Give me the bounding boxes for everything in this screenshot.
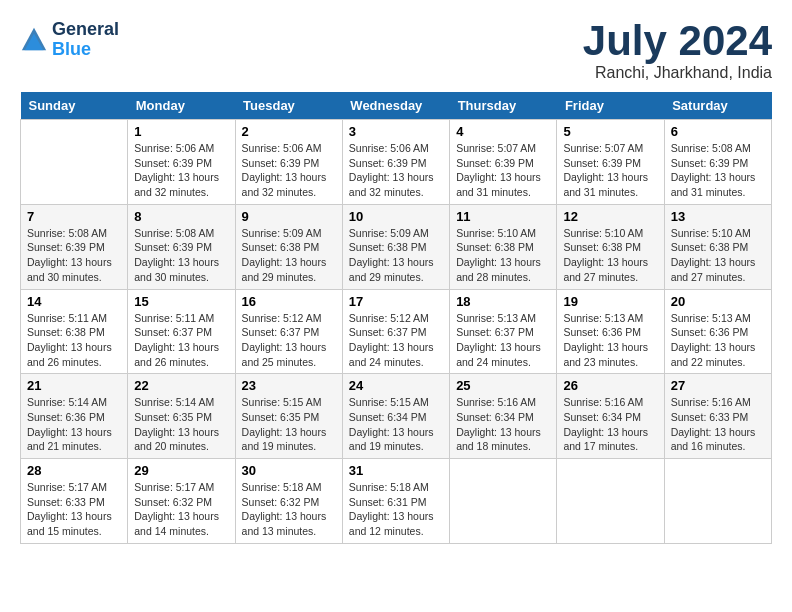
day-info: Sunrise: 5:07 AM Sunset: 6:39 PM Dayligh… bbox=[563, 141, 657, 200]
day-number: 10 bbox=[349, 209, 443, 224]
calendar-cell: 27Sunrise: 5:16 AM Sunset: 6:33 PM Dayli… bbox=[664, 374, 771, 459]
calendar-cell: 31Sunrise: 5:18 AM Sunset: 6:31 PM Dayli… bbox=[342, 459, 449, 544]
day-info: Sunrise: 5:16 AM Sunset: 6:34 PM Dayligh… bbox=[456, 395, 550, 454]
calendar-cell: 13Sunrise: 5:10 AM Sunset: 6:38 PM Dayli… bbox=[664, 204, 771, 289]
calendar-cell: 23Sunrise: 5:15 AM Sunset: 6:35 PM Dayli… bbox=[235, 374, 342, 459]
day-number: 9 bbox=[242, 209, 336, 224]
calendar-cell: 1Sunrise: 5:06 AM Sunset: 6:39 PM Daylig… bbox=[128, 120, 235, 205]
calendar-cell: 24Sunrise: 5:15 AM Sunset: 6:34 PM Dayli… bbox=[342, 374, 449, 459]
day-number: 15 bbox=[134, 294, 228, 309]
day-number: 21 bbox=[27, 378, 121, 393]
day-number: 17 bbox=[349, 294, 443, 309]
day-info: Sunrise: 5:08 AM Sunset: 6:39 PM Dayligh… bbox=[671, 141, 765, 200]
day-number: 13 bbox=[671, 209, 765, 224]
calendar-cell: 8Sunrise: 5:08 AM Sunset: 6:39 PM Daylig… bbox=[128, 204, 235, 289]
calendar-cell: 25Sunrise: 5:16 AM Sunset: 6:34 PM Dayli… bbox=[450, 374, 557, 459]
day-number: 5 bbox=[563, 124, 657, 139]
calendar-cell: 26Sunrise: 5:16 AM Sunset: 6:34 PM Dayli… bbox=[557, 374, 664, 459]
calendar-week-1: 1Sunrise: 5:06 AM Sunset: 6:39 PM Daylig… bbox=[21, 120, 772, 205]
day-number: 7 bbox=[27, 209, 121, 224]
day-info: Sunrise: 5:17 AM Sunset: 6:33 PM Dayligh… bbox=[27, 480, 121, 539]
title-block: July 2024 Ranchi, Jharkhand, India bbox=[583, 20, 772, 82]
day-number: 30 bbox=[242, 463, 336, 478]
calendar-cell: 15Sunrise: 5:11 AM Sunset: 6:37 PM Dayli… bbox=[128, 289, 235, 374]
day-info: Sunrise: 5:17 AM Sunset: 6:32 PM Dayligh… bbox=[134, 480, 228, 539]
day-number: 28 bbox=[27, 463, 121, 478]
location: Ranchi, Jharkhand, India bbox=[583, 64, 772, 82]
day-number: 26 bbox=[563, 378, 657, 393]
page-header: General Blue July 2024 Ranchi, Jharkhand… bbox=[20, 20, 772, 82]
weekday-header-tuesday: Tuesday bbox=[235, 92, 342, 120]
day-info: Sunrise: 5:09 AM Sunset: 6:38 PM Dayligh… bbox=[349, 226, 443, 285]
day-number: 29 bbox=[134, 463, 228, 478]
day-info: Sunrise: 5:07 AM Sunset: 6:39 PM Dayligh… bbox=[456, 141, 550, 200]
day-number: 4 bbox=[456, 124, 550, 139]
day-number: 31 bbox=[349, 463, 443, 478]
day-number: 12 bbox=[563, 209, 657, 224]
calendar-week-3: 14Sunrise: 5:11 AM Sunset: 6:38 PM Dayli… bbox=[21, 289, 772, 374]
day-number: 3 bbox=[349, 124, 443, 139]
calendar-cell: 22Sunrise: 5:14 AM Sunset: 6:35 PM Dayli… bbox=[128, 374, 235, 459]
calendar-cell bbox=[664, 459, 771, 544]
day-info: Sunrise: 5:10 AM Sunset: 6:38 PM Dayligh… bbox=[671, 226, 765, 285]
day-info: Sunrise: 5:06 AM Sunset: 6:39 PM Dayligh… bbox=[242, 141, 336, 200]
weekday-header-monday: Monday bbox=[128, 92, 235, 120]
calendar-cell bbox=[557, 459, 664, 544]
calendar-cell: 3Sunrise: 5:06 AM Sunset: 6:39 PM Daylig… bbox=[342, 120, 449, 205]
calendar-cell: 9Sunrise: 5:09 AM Sunset: 6:38 PM Daylig… bbox=[235, 204, 342, 289]
day-number: 22 bbox=[134, 378, 228, 393]
calendar-cell bbox=[21, 120, 128, 205]
calendar-header-row: SundayMondayTuesdayWednesdayThursdayFrid… bbox=[21, 92, 772, 120]
day-number: 18 bbox=[456, 294, 550, 309]
calendar-cell: 30Sunrise: 5:18 AM Sunset: 6:32 PM Dayli… bbox=[235, 459, 342, 544]
day-number: 25 bbox=[456, 378, 550, 393]
day-info: Sunrise: 5:06 AM Sunset: 6:39 PM Dayligh… bbox=[349, 141, 443, 200]
day-info: Sunrise: 5:10 AM Sunset: 6:38 PM Dayligh… bbox=[563, 226, 657, 285]
calendar-cell: 18Sunrise: 5:13 AM Sunset: 6:37 PM Dayli… bbox=[450, 289, 557, 374]
logo-icon bbox=[20, 26, 48, 54]
logo-text: General Blue bbox=[52, 20, 119, 60]
day-info: Sunrise: 5:16 AM Sunset: 6:34 PM Dayligh… bbox=[563, 395, 657, 454]
day-info: Sunrise: 5:15 AM Sunset: 6:34 PM Dayligh… bbox=[349, 395, 443, 454]
day-info: Sunrise: 5:10 AM Sunset: 6:38 PM Dayligh… bbox=[456, 226, 550, 285]
calendar-cell: 29Sunrise: 5:17 AM Sunset: 6:32 PM Dayli… bbox=[128, 459, 235, 544]
day-info: Sunrise: 5:18 AM Sunset: 6:31 PM Dayligh… bbox=[349, 480, 443, 539]
day-info: Sunrise: 5:16 AM Sunset: 6:33 PM Dayligh… bbox=[671, 395, 765, 454]
day-info: Sunrise: 5:08 AM Sunset: 6:39 PM Dayligh… bbox=[134, 226, 228, 285]
day-info: Sunrise: 5:11 AM Sunset: 6:37 PM Dayligh… bbox=[134, 311, 228, 370]
calendar-cell: 28Sunrise: 5:17 AM Sunset: 6:33 PM Dayli… bbox=[21, 459, 128, 544]
calendar-cell: 12Sunrise: 5:10 AM Sunset: 6:38 PM Dayli… bbox=[557, 204, 664, 289]
day-info: Sunrise: 5:11 AM Sunset: 6:38 PM Dayligh… bbox=[27, 311, 121, 370]
day-number: 14 bbox=[27, 294, 121, 309]
calendar-cell: 17Sunrise: 5:12 AM Sunset: 6:37 PM Dayli… bbox=[342, 289, 449, 374]
weekday-header-sunday: Sunday bbox=[21, 92, 128, 120]
calendar-cell: 16Sunrise: 5:12 AM Sunset: 6:37 PM Dayli… bbox=[235, 289, 342, 374]
day-number: 6 bbox=[671, 124, 765, 139]
day-info: Sunrise: 5:08 AM Sunset: 6:39 PM Dayligh… bbox=[27, 226, 121, 285]
day-number: 11 bbox=[456, 209, 550, 224]
calendar-table: SundayMondayTuesdayWednesdayThursdayFrid… bbox=[20, 92, 772, 544]
day-info: Sunrise: 5:13 AM Sunset: 6:37 PM Dayligh… bbox=[456, 311, 550, 370]
weekday-header-friday: Friday bbox=[557, 92, 664, 120]
calendar-cell: 20Sunrise: 5:13 AM Sunset: 6:36 PM Dayli… bbox=[664, 289, 771, 374]
day-info: Sunrise: 5:09 AM Sunset: 6:38 PM Dayligh… bbox=[242, 226, 336, 285]
day-info: Sunrise: 5:14 AM Sunset: 6:35 PM Dayligh… bbox=[134, 395, 228, 454]
day-number: 16 bbox=[242, 294, 336, 309]
day-info: Sunrise: 5:14 AM Sunset: 6:36 PM Dayligh… bbox=[27, 395, 121, 454]
calendar-cell: 19Sunrise: 5:13 AM Sunset: 6:36 PM Dayli… bbox=[557, 289, 664, 374]
day-info: Sunrise: 5:06 AM Sunset: 6:39 PM Dayligh… bbox=[134, 141, 228, 200]
day-number: 27 bbox=[671, 378, 765, 393]
calendar-week-5: 28Sunrise: 5:17 AM Sunset: 6:33 PM Dayli… bbox=[21, 459, 772, 544]
month-title: July 2024 bbox=[583, 20, 772, 62]
calendar-cell: 5Sunrise: 5:07 AM Sunset: 6:39 PM Daylig… bbox=[557, 120, 664, 205]
weekday-header-wednesday: Wednesday bbox=[342, 92, 449, 120]
day-number: 19 bbox=[563, 294, 657, 309]
day-number: 24 bbox=[349, 378, 443, 393]
weekday-header-thursday: Thursday bbox=[450, 92, 557, 120]
day-info: Sunrise: 5:13 AM Sunset: 6:36 PM Dayligh… bbox=[671, 311, 765, 370]
day-info: Sunrise: 5:12 AM Sunset: 6:37 PM Dayligh… bbox=[242, 311, 336, 370]
day-info: Sunrise: 5:15 AM Sunset: 6:35 PM Dayligh… bbox=[242, 395, 336, 454]
day-info: Sunrise: 5:13 AM Sunset: 6:36 PM Dayligh… bbox=[563, 311, 657, 370]
calendar-cell: 10Sunrise: 5:09 AM Sunset: 6:38 PM Dayli… bbox=[342, 204, 449, 289]
day-number: 23 bbox=[242, 378, 336, 393]
